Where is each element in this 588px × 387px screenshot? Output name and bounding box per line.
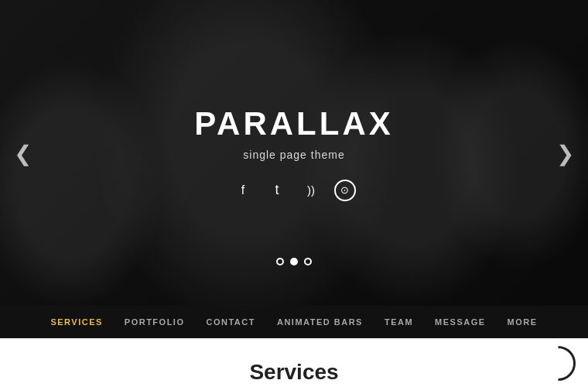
dot-3[interactable] bbox=[304, 258, 312, 265]
dot-1[interactable] bbox=[276, 258, 284, 265]
nav-contact[interactable]: CONTACT bbox=[206, 317, 255, 327]
dot-2[interactable] bbox=[290, 258, 298, 265]
nav-message[interactable]: MESSAGE bbox=[435, 317, 486, 327]
hero-section: ❮ ❯ PARALLAX single page theme f t )) ⊙ bbox=[0, 0, 588, 306]
nav-portfolio[interactable]: PORTFOLIO bbox=[125, 317, 185, 327]
services-section: Services Love parallax scrolling? bbox=[0, 338, 588, 387]
next-arrow[interactable]: ❯ bbox=[549, 132, 582, 173]
rss-icon[interactable]: )) bbox=[300, 180, 322, 201]
nav-services[interactable]: SERVICES bbox=[50, 317, 102, 327]
main-navigation: SERVICES PORTFOLIO CONTACT ANIMATED BARS… bbox=[0, 306, 588, 338]
social-icons: f t )) ⊙ bbox=[194, 180, 394, 201]
hero-content: PARALLAX single page theme f t )) ⊙ bbox=[194, 105, 394, 201]
nav-team[interactable]: TEAM bbox=[385, 317, 413, 327]
facebook-icon[interactable]: f bbox=[232, 180, 254, 201]
twitter-icon[interactable]: t bbox=[266, 180, 288, 201]
hero-subtitle: single page theme bbox=[194, 149, 394, 161]
hero-title: PARALLAX bbox=[194, 105, 394, 142]
nav-more[interactable]: MORE bbox=[508, 317, 538, 327]
services-title: Services bbox=[15, 360, 573, 385]
nav-animated-bars[interactable]: ANIMATED BARS bbox=[277, 317, 363, 327]
slide-dots bbox=[276, 258, 312, 265]
prev-arrow[interactable]: ❮ bbox=[6, 132, 39, 173]
search-circle-icon[interactable]: ⊙ bbox=[334, 180, 356, 201]
